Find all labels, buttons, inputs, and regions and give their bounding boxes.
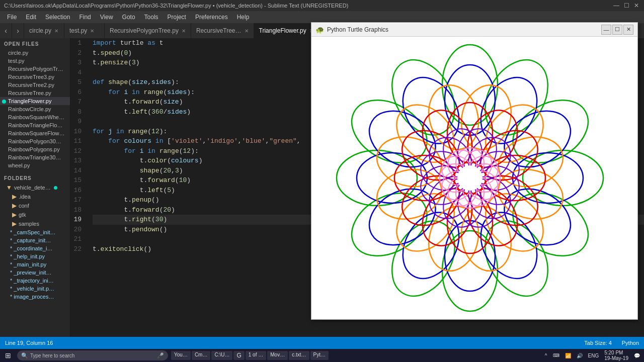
menu-bar: File Edit Selection Find View Goto Tools… xyxy=(0,11,644,23)
sidebar-file-recursive-polygon[interactable]: RecursivePolygonTr… xyxy=(0,65,70,73)
file-coordinate[interactable]: * _coordinate_i… xyxy=(0,244,70,252)
sidebar-file-rainbow-square-whe[interactable]: RainbowSquareWhe… xyxy=(0,113,70,121)
taskbar-app-explorer[interactable]: C:\U… xyxy=(211,351,232,360)
menu-tools[interactable]: Tools xyxy=(140,13,163,22)
menu-help[interactable]: Help xyxy=(233,13,254,22)
file-image-process[interactable]: * image_proces… xyxy=(0,293,70,301)
language-label[interactable]: Python xyxy=(622,340,639,346)
line-num-3: 3 xyxy=(70,58,85,68)
tab-nav-left[interactable]: ‹ xyxy=(0,23,12,38)
status-right: Tab Size: 4 Python xyxy=(584,340,639,346)
sidebar-file-rainbow-square-flow[interactable]: RainbowSquareFlow… xyxy=(0,129,70,137)
sidebar-file-recursive-tree2[interactable]: RecursiveTree2.py xyxy=(0,81,70,89)
file-main[interactable]: * _main_init.py xyxy=(0,260,70,268)
folder-gtk[interactable]: ▶ gtk xyxy=(0,210,70,219)
taskbar-app-text[interactable]: c.txt… xyxy=(289,351,309,360)
sidebar-file-wheel[interactable]: wheel.py xyxy=(0,161,70,169)
turtle-titlebar: 🐢 Python Turtle Graphics — ☐ ✕ xyxy=(311,23,637,37)
taskbar-app-cmd[interactable]: Cm… xyxy=(192,351,211,360)
file-preview[interactable]: * _preview_init… xyxy=(0,268,70,277)
title-bar-controls[interactable]: — ☐ ✕ xyxy=(613,2,640,9)
line-num-22: 22 xyxy=(70,244,85,254)
subfolder-name: .idea xyxy=(19,194,31,200)
menu-preferences[interactable]: Preferences xyxy=(191,13,232,22)
tab-recursive-polygon[interactable]: RecursivePolygonTree.py ✕ xyxy=(105,23,191,38)
menu-selection[interactable]: Selection xyxy=(41,13,74,22)
sidebar-file-rainbow-polygon30[interactable]: RainbowPolygon30… xyxy=(0,137,70,145)
menu-goto[interactable]: Goto xyxy=(118,13,139,22)
tab-label: TriangleFlower.py xyxy=(259,27,306,34)
menu-file[interactable]: File xyxy=(3,13,21,22)
tab-size-label[interactable]: Tab Size: 4 xyxy=(584,340,611,346)
line-num-1: 1 xyxy=(70,38,85,48)
tab-triangle-flower[interactable]: TriangleFlower.py ✕ xyxy=(254,23,319,38)
subfolder-icon: ▶ xyxy=(12,220,17,227)
title-text: C:\Users\fairoos.ok\AppData\Local\Progra… xyxy=(4,3,348,9)
taskbar-app-python[interactable]: Pyt… xyxy=(310,351,329,360)
maximize-button[interactable]: ☐ xyxy=(623,2,630,9)
start-button[interactable]: ⊞ xyxy=(2,350,14,360)
line-numbers: 1 2 3 4 5 6 7 8 9 10 11 12 13 14 15 16 1… xyxy=(70,38,89,337)
notification-icon[interactable]: 💬 xyxy=(632,353,642,358)
file-cam-spec[interactable]: * _camSpec_init… xyxy=(0,228,70,236)
sidebar-file-triangle-flower[interactable]: TriangleFlower.py xyxy=(0,97,70,105)
menu-view[interactable]: View xyxy=(96,13,117,22)
tab-nav-right[interactable]: › xyxy=(12,23,24,38)
wifi-icon: 📶 xyxy=(563,353,573,358)
sidebar-file-rainbow-circle[interactable]: RainbowCircle.py xyxy=(0,105,70,113)
microphone-icon: 🎤 xyxy=(157,352,164,359)
taskbar: ⊞ 🔍 Type here to search 🎤 You… Cm… C:\U…… xyxy=(0,349,644,362)
folder-samples[interactable]: ▶ samples xyxy=(0,219,70,228)
folder-idea[interactable]: ▶ .idea xyxy=(0,192,70,201)
taskbar-apps: You… Cm… C:\U… G 1 of … Mov… c.txt… Pyt… xyxy=(171,351,329,360)
tab-test-py[interactable]: test.py ✕ xyxy=(64,23,105,38)
tab-close-icon[interactable]: ✕ xyxy=(182,28,186,34)
sidebar-file-recursive-tree3[interactable]: RecursiveTree3.py xyxy=(0,73,70,81)
folder-name: vehicle_dete… xyxy=(14,185,51,191)
turtle-close-button[interactable]: ✕ xyxy=(623,25,633,35)
taskbar-app-pdf[interactable]: 1 of … xyxy=(246,351,266,360)
menu-edit[interactable]: Edit xyxy=(22,13,40,22)
line-num-15: 15 xyxy=(70,175,85,186)
sidebar-file-test[interactable]: test.py xyxy=(0,57,70,65)
line-num-11: 11 xyxy=(70,136,85,146)
subfolder-icon: ▶ xyxy=(12,211,17,218)
chevron-icon[interactable]: ^ xyxy=(543,353,549,358)
line-num-16: 16 xyxy=(70,186,85,196)
file-help[interactable]: * _help_init.py xyxy=(0,252,70,260)
tab-close-icon[interactable]: ✕ xyxy=(245,28,249,34)
tab-label: RecursiveTree… xyxy=(196,27,242,34)
file-trajectory[interactable]: * _trajectory_ini… xyxy=(0,277,70,285)
taskbar-app-youtube[interactable]: You… xyxy=(171,351,191,360)
tab-close-icon[interactable]: ✕ xyxy=(54,28,58,34)
tab-label: test.py xyxy=(69,27,87,34)
folder-conf[interactable]: ▶ conf xyxy=(0,201,70,210)
taskbar-search-bar[interactable]: 🔍 Type here to search 🎤 xyxy=(17,350,168,360)
taskbar-app-movies[interactable]: Mov… xyxy=(267,351,288,360)
turtle-window[interactable]: 🐢 Python Turtle Graphics — ☐ ✕ xyxy=(311,22,638,320)
turtle-minimize-button[interactable]: — xyxy=(601,25,611,35)
sidebar-file-recursive-tree[interactable]: RecursiveTree.py xyxy=(0,89,70,97)
sidebar-file-circle[interactable]: circle.py xyxy=(0,49,70,57)
line-num-13: 13 xyxy=(70,156,85,166)
sidebar-file-rainbow-polygons[interactable]: RainbowPolygons.py xyxy=(0,145,70,153)
turtle-maximize-button[interactable]: ☐ xyxy=(612,25,622,35)
menu-find[interactable]: Find xyxy=(75,13,95,22)
file-vehicle[interactable]: * _vehicle_init.p… xyxy=(0,285,70,293)
eng-label[interactable]: ENG xyxy=(586,353,601,358)
file-capture[interactable]: * _capture_init… xyxy=(0,236,70,244)
folder-vehicle-dete[interactable]: ▼ vehicle_dete… xyxy=(0,183,70,192)
close-button[interactable]: ✕ xyxy=(633,2,640,9)
sidebar-file-rainbow-triangle[interactable]: RainbowTriangleFlo… xyxy=(0,121,70,129)
sidebar-file-rainbow-triangle30[interactable]: RainbowTriangle30… xyxy=(0,153,70,161)
line-num-8: 8 xyxy=(70,107,85,117)
tab-circle-py[interactable]: circle.py ✕ xyxy=(24,23,64,38)
minimize-button[interactable]: — xyxy=(613,2,620,9)
menu-project[interactable]: Project xyxy=(164,13,190,22)
folders-label: FOLDERS xyxy=(0,172,70,183)
tab-close-icon[interactable]: ✕ xyxy=(90,28,94,34)
modified-dot xyxy=(54,186,57,190)
taskbar-app-chrome[interactable]: G xyxy=(233,351,244,360)
folder-icon: ▼ xyxy=(6,184,12,191)
tab-recursive-tree[interactable]: RecursiveTree… ✕ xyxy=(191,23,254,38)
